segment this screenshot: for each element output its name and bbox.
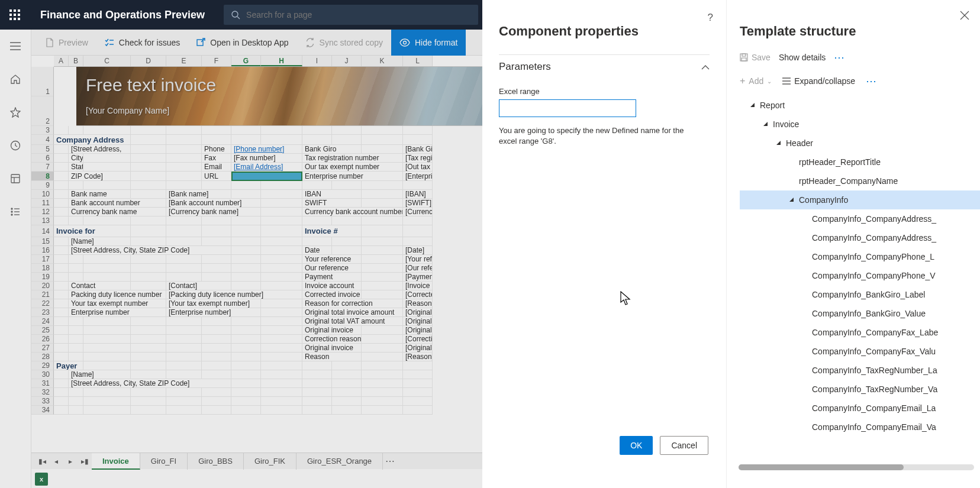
cell[interactable] bbox=[362, 397, 403, 406]
row-header[interactable]: 10 bbox=[31, 190, 54, 199]
cell[interactable]: [Original in bbox=[403, 326, 433, 335]
cell[interactable]: [Currency b bbox=[403, 208, 433, 216]
cell[interactable] bbox=[131, 353, 166, 361]
cell[interactable] bbox=[403, 216, 433, 225]
cell[interactable] bbox=[261, 199, 302, 208]
cell[interactable] bbox=[54, 379, 69, 388]
cell[interactable] bbox=[83, 264, 131, 273]
excel-range-input[interactable] bbox=[499, 99, 636, 117]
cell[interactable]: [Reason for bbox=[403, 299, 433, 308]
more-icon-2[interactable]: ⋯ bbox=[866, 75, 878, 88]
cell[interactable] bbox=[54, 154, 69, 163]
tree-node[interactable]: Invoice bbox=[740, 115, 980, 134]
cell[interactable] bbox=[54, 326, 69, 335]
cell[interactable] bbox=[131, 282, 166, 290]
cell[interactable] bbox=[54, 172, 69, 181]
caret-icon[interactable] bbox=[787, 197, 795, 203]
cell[interactable] bbox=[332, 246, 362, 255]
cell[interactable]: [Phone number] bbox=[231, 145, 302, 154]
cell[interactable] bbox=[261, 388, 302, 397]
cell[interactable]: Currency bank name bbox=[69, 208, 166, 216]
cell[interactable] bbox=[54, 282, 69, 290]
row-header[interactable]: 32 bbox=[31, 388, 54, 397]
cell[interactable] bbox=[261, 317, 302, 326]
cell[interactable] bbox=[231, 361, 261, 370]
cell[interactable] bbox=[131, 145, 166, 154]
cell[interactable] bbox=[403, 181, 433, 190]
caret-icon[interactable] bbox=[761, 121, 769, 128]
cell[interactable] bbox=[166, 370, 202, 379]
row-header[interactable]: 18 bbox=[31, 264, 54, 273]
cell[interactable] bbox=[54, 145, 69, 154]
cell[interactable] bbox=[231, 126, 261, 135]
cell[interactable]: [Invoice acc bbox=[403, 282, 433, 290]
workspace-icon[interactable] bbox=[5, 168, 26, 189]
row-header[interactable]: 22 bbox=[31, 299, 54, 308]
cell[interactable] bbox=[231, 190, 261, 199]
cell[interactable]: Invoice account bbox=[302, 282, 362, 290]
cell[interactable]: [Enterprise number] bbox=[166, 308, 261, 317]
cell[interactable] bbox=[69, 353, 83, 361]
hamburger-icon[interactable] bbox=[5, 35, 26, 57]
cell[interactable] bbox=[54, 181, 69, 190]
cell[interactable]: [Email Address] bbox=[231, 163, 302, 172]
help-icon[interactable]: ? bbox=[708, 12, 713, 24]
cell[interactable] bbox=[261, 344, 302, 353]
cell[interactable]: Payment bbox=[302, 273, 362, 282]
cell[interactable] bbox=[362, 353, 403, 361]
row-header[interactable]: 28 bbox=[31, 353, 54, 361]
cell[interactable] bbox=[83, 126, 131, 135]
cell[interactable]: Currency bank account number bbox=[302, 208, 403, 216]
cell[interactable] bbox=[332, 388, 362, 397]
cell[interactable]: Reason for correction bbox=[302, 299, 403, 308]
cell[interactable] bbox=[362, 135, 403, 145]
cell[interactable] bbox=[231, 397, 261, 406]
sheet-tab-Giro_FIK[interactable]: Giro_FIK bbox=[244, 453, 296, 470]
cell[interactable] bbox=[231, 388, 261, 397]
cell[interactable]: Our tax exempt number bbox=[302, 163, 403, 172]
cell[interactable] bbox=[261, 326, 302, 335]
cell[interactable] bbox=[131, 361, 166, 370]
cell[interactable] bbox=[54, 397, 69, 406]
app-launcher[interactable] bbox=[0, 0, 30, 30]
cell[interactable] bbox=[362, 145, 403, 154]
tab-last-icon[interactable]: ▸▮ bbox=[78, 457, 92, 466]
cell[interactable] bbox=[69, 273, 83, 282]
cell[interactable] bbox=[261, 135, 302, 145]
cell[interactable] bbox=[403, 379, 433, 388]
cell[interactable] bbox=[166, 361, 202, 370]
cell[interactable] bbox=[202, 216, 231, 225]
cell[interactable]: Invoice for bbox=[54, 225, 131, 237]
tree-scrollbar[interactable] bbox=[739, 464, 974, 470]
cell[interactable] bbox=[166, 237, 202, 246]
cell[interactable]: URL bbox=[202, 172, 231, 181]
cell[interactable] bbox=[54, 246, 69, 255]
sheet-tab-Giro_FI[interactable]: Giro_FI bbox=[140, 453, 188, 470]
cell[interactable]: [Tax registra bbox=[403, 154, 433, 163]
cell[interactable] bbox=[131, 264, 166, 273]
cell[interactable] bbox=[54, 344, 69, 353]
spreadsheet[interactable]: ABCDEFGHIJKL 1 2 Free text invoice [Your… bbox=[31, 56, 482, 488]
cell[interactable] bbox=[261, 181, 302, 190]
cell[interactable] bbox=[69, 397, 83, 406]
row-header[interactable]: 11 bbox=[31, 199, 54, 208]
cell[interactable]: [Your refere bbox=[403, 255, 433, 264]
cell[interactable]: [Original to bbox=[403, 308, 433, 317]
cell[interactable]: [Currency bank name] bbox=[166, 208, 261, 216]
cell[interactable] bbox=[403, 237, 433, 246]
row-header[interactable]: 23 bbox=[31, 308, 54, 317]
cell[interactable] bbox=[131, 335, 166, 344]
cell[interactable] bbox=[202, 406, 231, 415]
cell[interactable] bbox=[83, 388, 131, 397]
search-input[interactable] bbox=[246, 10, 471, 20]
cell[interactable] bbox=[83, 154, 131, 163]
cell[interactable]: [Bank account number] bbox=[166, 199, 261, 208]
cell[interactable] bbox=[362, 190, 403, 199]
home-icon[interactable] bbox=[5, 69, 26, 90]
row-header[interactable]: 20 bbox=[31, 282, 54, 290]
cell[interactable] bbox=[166, 135, 202, 145]
row-header[interactable]: 4 bbox=[31, 135, 54, 145]
tree-node[interactable]: CompanyInfo_CompanyPhone_V bbox=[740, 266, 980, 285]
cell[interactable] bbox=[261, 273, 302, 282]
cell[interactable] bbox=[83, 326, 131, 335]
